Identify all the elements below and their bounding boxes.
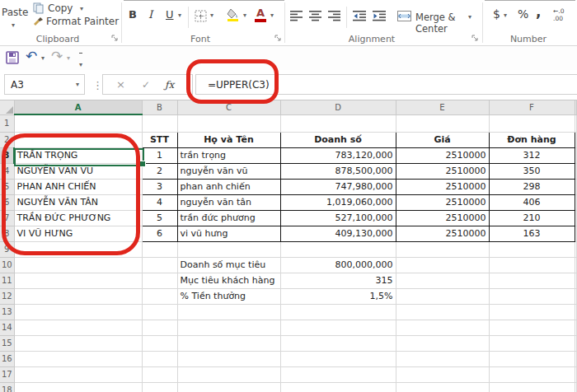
cell-A5[interactable]: PHAN ANH CHIẾN — [14, 179, 142, 194]
align-center-icon[interactable] — [309, 11, 321, 21]
italic-button[interactable]: I — [148, 9, 152, 20]
undo-dropdown[interactable]: ▾ — [41, 55, 45, 62]
select-all-corner[interactable] — [0, 100, 14, 114]
cell-C12[interactable]: % Tiền thưởng — [177, 288, 280, 304]
cell-A16[interactable] — [14, 351, 142, 366]
cell-C15[interactable] — [177, 335, 280, 351]
cell-B11[interactable] — [142, 273, 177, 288]
row-header-4[interactable]: 4 — [0, 163, 14, 179]
cell-C18[interactable] — [177, 382, 280, 392]
comma-button[interactable]: , — [536, 5, 541, 19]
clipboard-dialog-launcher[interactable] — [111, 35, 119, 42]
cell-C5[interactable]: phan anh chiến — [177, 179, 280, 194]
undo-icon[interactable]: ↶ — [26, 49, 37, 63]
cell-F11[interactable] — [489, 273, 575, 288]
currency-button[interactable]: $ — [493, 8, 500, 20]
cell-F7[interactable]: 210 — [489, 210, 575, 226]
cell-C6[interactable]: nguyễn văn tân — [177, 194, 280, 210]
qat-customize-button[interactable]: ▾ — [79, 53, 82, 70]
cell-B1[interactable] — [142, 114, 177, 132]
row-header-16[interactable]: 16 — [0, 351, 14, 366]
cell-G7[interactable] — [575, 210, 577, 226]
row-header-17[interactable]: 17 — [0, 366, 14, 382]
cell-G18[interactable] — [575, 382, 577, 392]
cell-A9[interactable] — [14, 241, 142, 257]
cell-A15[interactable] — [14, 335, 142, 351]
formula-input[interactable]: =UPPER(C3) — [195, 74, 577, 95]
column-header-G[interactable] — [575, 100, 577, 114]
name-box[interactable]: A3 ▾ — [4, 74, 85, 95]
cell-A6[interactable]: NGUYỄN VĂN TÂN — [14, 194, 142, 210]
increase-indent-icon[interactable] — [373, 11, 386, 21]
row-header-11[interactable]: 11 — [0, 273, 14, 288]
cell-E2[interactable]: Giá — [396, 132, 489, 147]
cell-C13[interactable] — [177, 304, 280, 320]
cell-G15[interactable] — [575, 335, 577, 351]
underline-button[interactable]: U — [166, 9, 174, 20]
cell-F12[interactable] — [489, 288, 575, 304]
cell-B15[interactable] — [142, 335, 177, 351]
cell-A2[interactable] — [14, 132, 142, 147]
cell-B12[interactable] — [142, 288, 177, 304]
format-painter-icon[interactable] — [32, 16, 44, 28]
cell-E11[interactable] — [396, 273, 489, 288]
cell-E15[interactable] — [396, 335, 489, 351]
cell-B16[interactable] — [142, 351, 177, 366]
redo-icon[interactable]: ↷ — [51, 49, 63, 63]
borders-dropdown[interactable]: ▾ — [210, 12, 213, 19]
cell-E4[interactable]: 2510000 — [396, 163, 489, 179]
currency-dropdown[interactable]: ▾ — [504, 12, 507, 19]
cell-F13[interactable] — [489, 304, 575, 320]
cell-A3[interactable]: TRẦN TRỌNG — [14, 147, 142, 163]
cell-E16[interactable] — [396, 351, 489, 366]
bold-button[interactable]: B — [129, 9, 137, 20]
enter-button[interactable]: ✓ — [142, 79, 150, 91]
cell-F17[interactable] — [489, 366, 575, 382]
cell-E3[interactable]: 2510000 — [396, 147, 489, 163]
row-header-5[interactable]: 5 — [0, 179, 14, 194]
cell-A11[interactable] — [14, 273, 142, 288]
cell-D10[interactable]: 800,000,000 — [280, 257, 396, 273]
cell-E5[interactable]: 2510000 — [396, 179, 489, 194]
cell-E8[interactable]: 2510000 — [396, 226, 489, 241]
cell-A1[interactable] — [14, 114, 142, 132]
cell-A4[interactable]: NGUYỄN VĂN VŨ — [14, 163, 142, 179]
cell-F18[interactable] — [489, 382, 575, 392]
font-dialog-launcher[interactable] — [274, 35, 282, 42]
align-left-icon[interactable] — [290, 11, 303, 21]
cell-G13[interactable] — [575, 304, 577, 320]
row-header-14[interactable]: 14 — [0, 320, 14, 335]
cell-E13[interactable] — [396, 304, 489, 320]
cell-G3[interactable] — [575, 147, 577, 163]
cell-B8[interactable]: 6 — [142, 226, 177, 241]
row-header-9[interactable]: 9 — [0, 241, 14, 257]
cell-F8[interactable]: 163 — [489, 226, 575, 241]
cell-A8[interactable]: VI VŨ HƯNG — [14, 226, 142, 241]
cell-B7[interactable]: 5 — [142, 210, 177, 226]
cell-E1[interactable] — [396, 114, 489, 132]
cell-G5[interactable] — [575, 179, 577, 194]
cell-G10[interactable] — [575, 257, 577, 273]
cell-D9[interactable] — [280, 241, 396, 257]
cell-E12[interactable] — [396, 288, 489, 304]
fill-handle[interactable] — [139, 161, 146, 167]
column-header-E[interactable]: E — [396, 100, 489, 114]
cell-D8[interactable]: 409,130,000 — [280, 226, 396, 241]
copy-button[interactable]: Copy — [48, 2, 73, 14]
cell-B17[interactable] — [142, 366, 177, 382]
cell-G9[interactable] — [575, 241, 577, 257]
row-header-15[interactable]: 15 — [0, 335, 14, 351]
cell-C11[interactable]: Mục tiêu khách hàng — [177, 273, 280, 288]
cell-C2[interactable]: Họ và Tên — [177, 132, 280, 147]
row-header-3[interactable]: 3 — [0, 147, 14, 163]
cell-G6[interactable] — [575, 194, 577, 210]
row-header-2[interactable]: 2 — [0, 132, 14, 147]
column-header-C[interactable]: C — [177, 100, 280, 114]
decrease-indent-icon[interactable] — [353, 11, 366, 21]
column-header-B[interactable]: B — [142, 100, 177, 114]
cell-C14[interactable] — [177, 320, 280, 335]
cell-A18[interactable] — [14, 382, 142, 392]
cell-D3[interactable]: 783,120,000 — [280, 147, 396, 163]
cell-E7[interactable]: 2510000 — [396, 210, 489, 226]
cell-C17[interactable] — [177, 366, 280, 382]
